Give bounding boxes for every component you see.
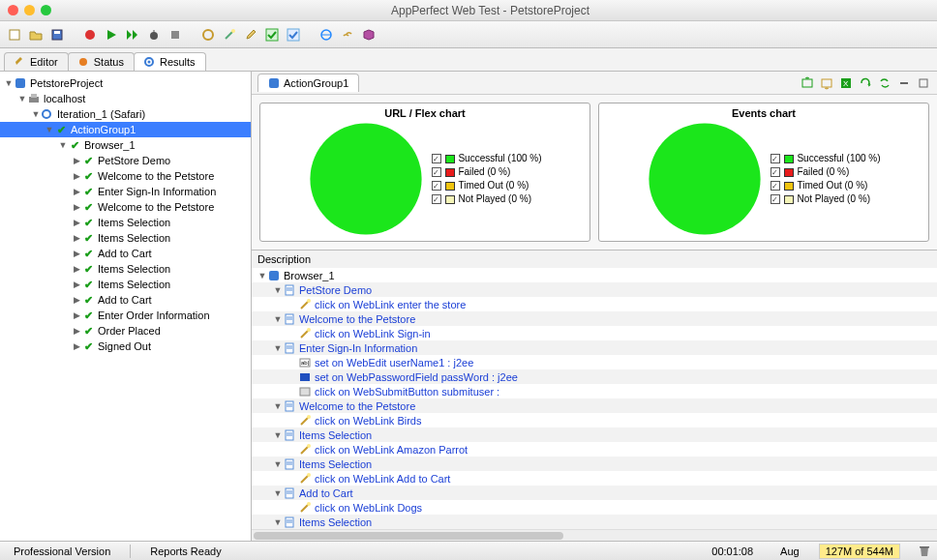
desc-page[interactable]: ▼Add to Cart: [252, 486, 937, 500]
tree-step[interactable]: ▶✔Enter Order Information: [0, 308, 251, 323]
desc-page[interactable]: ▼Welcome to the Petstore: [252, 311, 937, 326]
desc-page[interactable]: ▼Welcome to the Petstore: [252, 398, 937, 413]
minimize-window-button[interactable]: [24, 5, 35, 15]
tree-step[interactable]: ▶✔Enter Sign-In Information: [0, 184, 251, 199]
desc-browser[interactable]: ▼Browser_1: [252, 268, 937, 282]
desc-action[interactable]: click on WebSubmitButton submituser :: [252, 384, 937, 398]
disclosure-triangle-icon[interactable]: ▶: [72, 171, 81, 181]
disclosure-triangle-icon[interactable]: ▼: [17, 94, 27, 103]
disclosure-triangle-icon[interactable]: ▶: [72, 249, 81, 258]
tree-host[interactable]: ▼localhost: [0, 91, 251, 106]
disclosure-triangle-icon[interactable]: ▼: [273, 343, 283, 353]
import-icon[interactable]: [819, 75, 834, 91]
disclosure-triangle-icon[interactable]: ▶: [72, 264, 81, 274]
desc-action[interactable]: click on WebLink Sign-in: [252, 326, 937, 340]
legend-checkbox[interactable]: [771, 167, 780, 177]
tree-step[interactable]: ▶✔Add to Cart: [0, 292, 251, 308]
disclosure-triangle-icon[interactable]: ▶: [72, 202, 81, 212]
refresh-icon[interactable]: [858, 75, 873, 91]
legend-checkbox[interactable]: [771, 154, 780, 163]
tree-step[interactable]: ▶✔Welcome to the Petstore: [0, 199, 251, 215]
disclosure-triangle-icon[interactable]: ▼: [273, 430, 283, 440]
tab-results[interactable]: Results: [134, 52, 206, 71]
desc-action[interactable]: click on WebLink Amazon Parrot: [252, 442, 937, 457]
desc-action[interactable]: click on WebLink Add to Cart: [252, 471, 937, 486]
tree-step[interactable]: ▶✔Items Selection: [0, 230, 251, 246]
box-icon[interactable]: [360, 26, 378, 44]
export-icon[interactable]: [800, 75, 815, 91]
run-all-icon[interactable]: [124, 26, 141, 44]
tree-step[interactable]: ▶✔Add to Cart: [0, 246, 251, 261]
disclosure-triangle-icon[interactable]: ▼: [257, 271, 267, 280]
tree-iteration[interactable]: ▼Iteration_1 (Safari): [0, 106, 251, 122]
right-tab-actiongroup[interactable]: ActionGroup1: [257, 74, 359, 92]
open-icon[interactable]: [27, 26, 45, 44]
disclosure-triangle-icon[interactable]: ▼: [4, 78, 14, 88]
settings-icon[interactable]: [199, 26, 217, 44]
tree-step[interactable]: ▶✔Order Placed: [0, 323, 251, 339]
desc-page[interactable]: ▼PetStore Demo: [252, 282, 937, 297]
desc-page[interactable]: ▼Items Selection: [252, 427, 937, 442]
new-project-icon[interactable]: [6, 26, 23, 44]
desc-page[interactable]: ▼Items Selection: [252, 457, 937, 471]
trash-icon[interactable]: [918, 545, 931, 558]
legend-checkbox[interactable]: [432, 181, 441, 191]
disclosure-triangle-icon[interactable]: ▼: [58, 140, 68, 150]
action-wand-icon[interactable]: [221, 26, 238, 44]
tree-actiongroup[interactable]: ▼✔ActionGroup1: [0, 122, 251, 137]
disclosure-triangle-icon[interactable]: ▶: [72, 187, 81, 196]
desc-page[interactable]: ▼Items Selection: [252, 515, 937, 529]
tree-step[interactable]: ▶✔Items Selection: [0, 215, 251, 230]
link-icon[interactable]: [339, 26, 356, 44]
tree-step[interactable]: ▶✔Items Selection: [0, 277, 251, 292]
tree-step[interactable]: ▶✔Signed Out: [0, 339, 251, 354]
disclosure-triangle-icon[interactable]: ▼: [273, 488, 283, 498]
disclosure-triangle-icon[interactable]: ▶: [72, 295, 81, 305]
desc-action[interactable]: ab|set on WebEdit userName1 : j2ee: [252, 355, 937, 369]
excel-icon[interactable]: X: [838, 75, 854, 91]
tree-project[interactable]: ▼PetstoreProject: [0, 75, 251, 91]
legend-checkbox[interactable]: [432, 167, 441, 177]
record-icon[interactable]: [81, 26, 99, 44]
validate-icon[interactable]: [285, 26, 302, 44]
debug-icon[interactable]: [145, 26, 163, 44]
disclosure-triangle-icon[interactable]: ▶: [72, 310, 81, 320]
disclosure-triangle-icon[interactable]: ▼: [273, 314, 283, 324]
network-icon[interactable]: [317, 26, 335, 44]
edit-icon[interactable]: [242, 26, 259, 44]
legend-checkbox[interactable]: [432, 154, 441, 163]
stop-icon[interactable]: [166, 26, 184, 44]
minimize-panel-icon[interactable]: [896, 75, 912, 91]
disclosure-triangle-icon[interactable]: ▼: [273, 401, 283, 411]
tree-step[interactable]: ▶✔PetStore Demo: [0, 153, 251, 168]
disclosure-triangle-icon[interactable]: ▼: [273, 459, 283, 469]
sync-icon[interactable]: [877, 75, 892, 91]
tree-step[interactable]: ▶✔Welcome to the Petstore: [0, 168, 251, 184]
desc-page[interactable]: ▼Enter Sign-In Information: [252, 340, 937, 355]
horizontal-scrollbar[interactable]: [252, 529, 937, 541]
run-icon[interactable]: [103, 26, 120, 44]
close-window-button[interactable]: [8, 5, 18, 15]
legend-checkbox[interactable]: [432, 194, 441, 204]
check-icon[interactable]: [263, 26, 281, 44]
disclosure-triangle-icon[interactable]: ▼: [45, 125, 54, 134]
disclosure-triangle-icon[interactable]: ▼: [273, 517, 283, 527]
disclosure-triangle-icon[interactable]: ▼: [31, 109, 41, 119]
disclosure-triangle-icon[interactable]: ▶: [72, 280, 81, 289]
desc-action[interactable]: set on WebPasswordField passWord : j2ee: [252, 369, 937, 384]
desc-action[interactable]: click on WebLink Dogs: [252, 500, 937, 515]
legend-checkbox[interactable]: [771, 194, 780, 204]
tab-status[interactable]: Status: [68, 52, 135, 71]
save-icon[interactable]: [48, 26, 66, 44]
disclosure-triangle-icon[interactable]: ▶: [72, 233, 81, 243]
disclosure-triangle-icon[interactable]: ▶: [72, 156, 81, 165]
zoom-window-button[interactable]: [41, 5, 51, 15]
tree-step[interactable]: ▶✔Items Selection: [0, 261, 251, 277]
disclosure-triangle-icon[interactable]: ▶: [72, 218, 81, 227]
desc-action[interactable]: click on WebLink enter the store: [252, 297, 937, 311]
disclosure-triangle-icon[interactable]: ▶: [72, 326, 81, 336]
desc-action[interactable]: click on WebLink Birds: [252, 413, 937, 427]
maximize-panel-icon[interactable]: [916, 75, 931, 91]
tree-browser[interactable]: ▼✔Browser_1: [0, 137, 251, 153]
legend-checkbox[interactable]: [771, 181, 780, 191]
